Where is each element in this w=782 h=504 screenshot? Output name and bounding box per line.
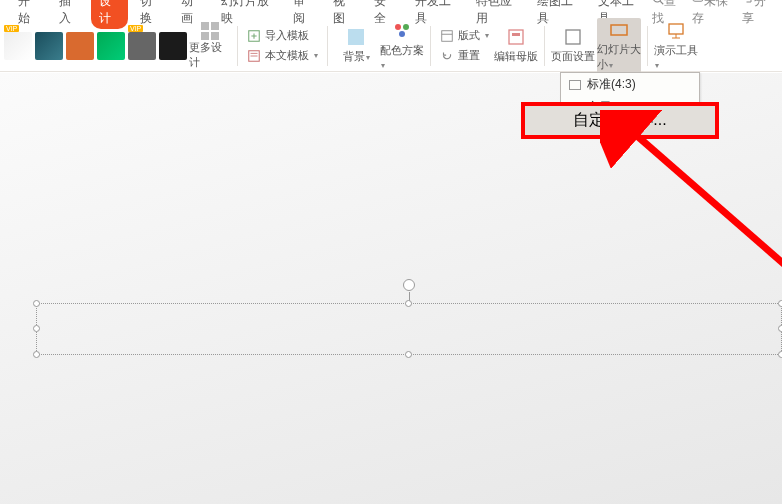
separator bbox=[544, 26, 545, 66]
resize-handle[interactable] bbox=[33, 351, 40, 358]
theme-thumb[interactable] bbox=[66, 32, 94, 60]
reset-label: 重置 bbox=[458, 48, 480, 63]
theme-thumb[interactable] bbox=[159, 32, 187, 60]
svg-point-8 bbox=[403, 24, 409, 30]
presenter-tools-label: 演示工具 bbox=[654, 44, 698, 56]
palette-icon bbox=[392, 21, 412, 41]
vip-badge: VIP bbox=[4, 25, 19, 32]
resize-handle[interactable] bbox=[33, 300, 40, 307]
svg-point-9 bbox=[399, 31, 405, 37]
slide-content bbox=[36, 303, 782, 361]
separator bbox=[430, 26, 431, 66]
svg-rect-14 bbox=[566, 30, 580, 44]
separator bbox=[647, 26, 648, 66]
template-group: 导入模板 本文模板▾ bbox=[244, 26, 321, 66]
presenter-tools-button[interactable]: 演示工具▾ bbox=[654, 21, 698, 70]
svg-line-1 bbox=[660, 1, 663, 4]
resize-handle[interactable] bbox=[778, 300, 782, 307]
menu-tabs: 开始 插入 设计 切换 动画 幻灯片放映 审阅 视图 安全 开发工具 特色应用 … bbox=[0, 0, 782, 20]
size-custom-item[interactable]: 自定义大小... bbox=[525, 106, 715, 135]
tab-design[interactable]: 设计 bbox=[91, 0, 128, 29]
theme-thumb[interactable]: VIP bbox=[128, 32, 156, 60]
background-button[interactable]: 背景▾ bbox=[334, 27, 378, 64]
svg-point-0 bbox=[653, 0, 661, 2]
background-label: 背景 bbox=[343, 50, 365, 62]
page-setup-icon bbox=[563, 27, 583, 47]
chevron-down-icon: ▾ bbox=[609, 61, 613, 70]
svg-rect-6 bbox=[348, 29, 364, 45]
separator bbox=[237, 26, 238, 66]
tab-view[interactable]: 视图 bbox=[325, 0, 362, 29]
import-template-label: 导入模板 bbox=[265, 28, 309, 43]
theme-thumb[interactable] bbox=[97, 32, 125, 60]
presenter-icon bbox=[666, 21, 686, 41]
import-template-button[interactable]: 导入模板 bbox=[244, 26, 321, 46]
import-icon bbox=[247, 29, 261, 43]
tab-drawing[interactable]: 绘图工具 bbox=[529, 0, 586, 29]
doc-template-button[interactable]: 本文模板▾ bbox=[244, 46, 321, 66]
chevron-down-icon: ▾ bbox=[314, 51, 318, 60]
cloud-icon bbox=[692, 0, 704, 5]
layout-button[interactable]: 版式▾ bbox=[437, 26, 492, 46]
background-icon bbox=[346, 27, 366, 47]
size-custom-label: 自定义大小... bbox=[573, 111, 666, 128]
rotate-handle[interactable] bbox=[403, 279, 415, 291]
svg-rect-16 bbox=[669, 24, 683, 34]
doc-template-label: 本文模板 bbox=[265, 48, 309, 63]
resize-handle[interactable] bbox=[33, 325, 40, 332]
doc-template-icon bbox=[247, 49, 261, 63]
chevron-down-icon: ▾ bbox=[485, 31, 489, 40]
share-icon bbox=[742, 0, 754, 5]
size-standard-item[interactable]: 标准(4:3) bbox=[561, 73, 699, 96]
resize-handle[interactable] bbox=[778, 325, 782, 332]
svg-rect-10 bbox=[442, 30, 453, 41]
edit-master-button[interactable]: 编辑母版 bbox=[494, 27, 538, 64]
svg-rect-13 bbox=[512, 33, 520, 36]
search-icon bbox=[652, 0, 664, 5]
annotation-highlight: 自定义大小... bbox=[521, 102, 719, 139]
separator bbox=[327, 26, 328, 66]
size-standard-label: 标准(4:3) bbox=[587, 76, 636, 93]
master-icon bbox=[506, 27, 526, 47]
edit-master-label: 编辑母版 bbox=[494, 49, 538, 64]
chevron-down-icon: ▾ bbox=[381, 61, 385, 70]
svg-rect-15 bbox=[611, 25, 627, 35]
ratio-icon bbox=[569, 80, 581, 90]
more-design-button[interactable]: 更多设计 bbox=[189, 22, 231, 70]
resize-handle[interactable] bbox=[778, 351, 782, 358]
vip-badge: VIP bbox=[128, 25, 143, 32]
tab-insert[interactable]: 插入 bbox=[51, 0, 88, 29]
layout-group: 版式▾ 重置 bbox=[437, 26, 492, 66]
theme-thumb[interactable]: VIP bbox=[4, 32, 32, 60]
svg-point-7 bbox=[395, 24, 401, 30]
color-scheme-button[interactable]: 配色方案▾ bbox=[380, 21, 424, 70]
layout-label: 版式 bbox=[458, 28, 480, 43]
layout-icon bbox=[440, 29, 454, 43]
page-setup-label: 页面设置 bbox=[551, 49, 595, 64]
slide-size-icon bbox=[609, 20, 629, 40]
reset-button[interactable]: 重置 bbox=[437, 46, 492, 66]
theme-thumb[interactable] bbox=[35, 32, 63, 60]
grid-icon bbox=[201, 22, 219, 40]
theme-thumbnails[interactable]: VIP VIP bbox=[4, 32, 187, 60]
reset-icon bbox=[440, 49, 454, 63]
color-scheme-label: 配色方案 bbox=[380, 44, 424, 56]
slide-size-button[interactable]: 幻灯片大小▾ bbox=[597, 18, 641, 74]
chevron-down-icon: ▾ bbox=[366, 53, 370, 62]
chevron-down-icon: ▾ bbox=[655, 61, 659, 70]
more-design-label: 更多设计 bbox=[189, 40, 231, 70]
resize-handle[interactable] bbox=[405, 351, 412, 358]
svg-rect-12 bbox=[509, 30, 523, 44]
page-setup-button[interactable]: 页面设置 bbox=[551, 27, 595, 64]
text-placeholder[interactable] bbox=[36, 303, 782, 355]
slide-size-label: 幻灯片大小 bbox=[597, 43, 641, 70]
resize-handle[interactable] bbox=[405, 300, 412, 307]
share-button[interactable]: 分享 bbox=[742, 0, 772, 27]
